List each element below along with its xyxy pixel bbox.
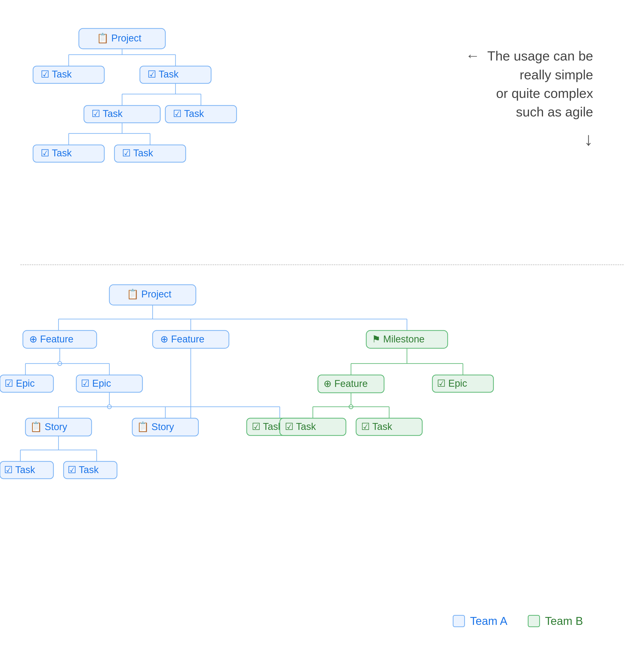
bottom-tree-svg: 📋 Project ⊕ Feature ☑ Epic ☑ Epic (0, 280, 559, 636)
task-node-3a: ☑ Task (33, 145, 104, 162)
task-node-1a: ☑ Task (33, 66, 104, 84)
legend: Team A Team B (453, 615, 583, 627)
legend-box-green (528, 615, 540, 627)
feature-mid-node: ⊕ Feature (153, 330, 229, 348)
svg-text:⊕ Feature: ⊕ Feature (324, 378, 368, 389)
top-diagram: 📋 Project ☑ Task ☑ Task ☑ Task ☑ Task ☑ … (0, 15, 407, 245)
svg-text:☑ Task: ☑ Task (148, 69, 179, 79)
svg-text:☑ Task: ☑ Task (173, 108, 204, 119)
bottom-diagram: 📋 Project ⊕ Feature ☑ Epic ☑ Epic (0, 280, 559, 637)
svg-text:☑ Task: ☑ Task (122, 148, 153, 158)
epic-right-node: ☑ Epic (76, 375, 142, 392)
svg-text:📋 Story: 📋 Story (137, 421, 174, 433)
annotation-line1: The usage can be (487, 49, 593, 63)
task-bottom-1b: ☑ Task (64, 461, 117, 479)
svg-text:☑ Task: ☑ Task (361, 421, 393, 432)
svg-text:☑ Epic: ☑ Epic (5, 378, 35, 389)
epic-green-node: ☑ Epic (432, 375, 493, 392)
top-tree-svg: 📋 Project ☑ Task ☑ Task ☑ Task ☑ Task ☑ … (0, 15, 305, 244)
annotation-line2: really simple (465, 66, 593, 84)
legend-box-blue (453, 615, 465, 627)
task-node-2b: ☑ Task (165, 106, 237, 123)
svg-text:☑ Task: ☑ Task (68, 464, 99, 475)
story-right-node: 📋 Story (132, 418, 198, 436)
story-left-node: 📋 Story (25, 418, 92, 436)
milestone-node: ⚑ Milestone (366, 330, 448, 348)
svg-text:☑ Task: ☑ Task (41, 148, 72, 158)
legend-item-team-b: Team B (528, 615, 583, 627)
svg-text:📋 Project: 📋 Project (97, 32, 141, 44)
svg-text:⊕ Feature: ⊕ Feature (29, 334, 73, 344)
project-node-top: 📋 Project (79, 28, 165, 49)
svg-text:☑ Task: ☑ Task (285, 421, 316, 432)
annotation-line4: such as agile (465, 103, 593, 121)
project-node-bottom: 📋 Project (109, 285, 196, 305)
task-green-2: ☑ Task (356, 418, 422, 435)
annotation-line3: or quite complex (465, 84, 593, 103)
svg-text:☑ Task: ☑ Task (41, 69, 72, 79)
task-node-1b: ☑ Task (140, 66, 211, 84)
arrow-left-icon: ← (465, 46, 480, 66)
feature-left-node: ⊕ Feature (23, 330, 97, 348)
task-bottom-1a: ☑ Task (0, 461, 53, 479)
task-green-1: ☑ Task (280, 418, 346, 435)
svg-text:📋 Story: 📋 Story (30, 421, 67, 433)
svg-text:☑ Task: ☑ Task (4, 464, 35, 475)
section-divider (20, 265, 624, 265)
svg-text:📋 Project: 📋 Project (127, 288, 172, 300)
epic-left-node: ☑ Epic (0, 375, 53, 392)
svg-text:☑ Task: ☑ Task (252, 421, 283, 432)
arrow-down-icon: ↓ (465, 127, 593, 152)
task-node-3b: ☑ Task (114, 145, 186, 162)
svg-text:☑ Epic: ☑ Epic (81, 378, 111, 389)
legend-label-team-b: Team B (545, 615, 583, 627)
legend-item-team-a: Team A (453, 615, 507, 627)
legend-label-team-a: Team A (470, 615, 507, 627)
feature-green-node: ⊕ Feature (318, 375, 384, 393)
task-node-2a: ☑ Task (84, 106, 160, 123)
svg-text:☑ Task: ☑ Task (92, 108, 123, 119)
svg-text:⚑ Milestone: ⚑ Milestone (372, 334, 424, 344)
annotation-block: ← The usage can be really simple or quit… (465, 46, 593, 152)
svg-text:☑ Epic: ☑ Epic (437, 378, 467, 389)
svg-text:⊕ Feature: ⊕ Feature (160, 334, 204, 344)
